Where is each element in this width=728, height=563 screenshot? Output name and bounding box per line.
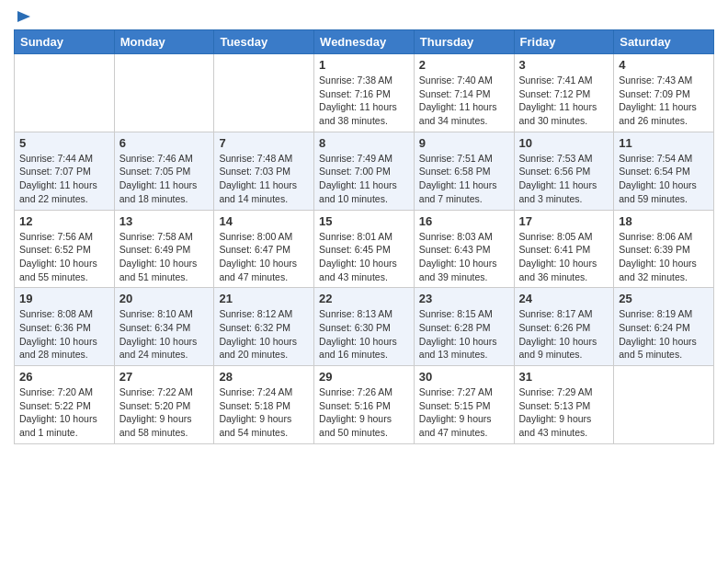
day-info-line: Sunset: 6:52 PM	[19, 244, 91, 255]
calendar-cell: 19Sunrise: 8:08 AMSunset: 6:36 PMDayligh…	[15, 288, 115, 366]
day-info: Sunrise: 8:12 AMSunset: 6:32 PMDaylight:…	[219, 307, 309, 362]
day-info-line: Sunset: 6:28 PM	[419, 322, 491, 333]
day-info-line: Daylight: 10 hours and 24 minutes.	[119, 336, 198, 361]
day-info-line: Sunrise: 8:12 AM	[219, 308, 292, 319]
day-info-line: Sunrise: 7:40 AM	[419, 75, 493, 86]
day-number: 19	[19, 292, 109, 305]
day-info-line: Sunrise: 8:03 AM	[419, 231, 493, 242]
calendar-cell: 10Sunrise: 7:53 AMSunset: 6:56 PMDayligh…	[514, 132, 614, 210]
day-info-line: Sunset: 5:22 PM	[19, 400, 91, 411]
day-info-line: Daylight: 10 hours and 16 minutes.	[319, 336, 397, 361]
day-number: 5	[19, 136, 109, 150]
calendar-cell: 8Sunrise: 7:49 AMSunset: 7:00 PMDaylight…	[314, 132, 415, 210]
day-info-line: Daylight: 10 hours and 36 minutes.	[519, 258, 597, 282]
day-info: Sunrise: 7:53 AMSunset: 6:56 PMDaylight:…	[519, 152, 609, 206]
day-info-line: Daylight: 10 hours and 28 minutes.	[19, 336, 97, 361]
calendar-cell: 25Sunrise: 8:19 AMSunset: 6:24 PMDayligh…	[614, 288, 714, 366]
calendar-cell: 17Sunrise: 8:05 AMSunset: 6:41 PMDayligh…	[514, 210, 614, 288]
day-info-line: Sunrise: 8:08 AM	[19, 308, 93, 319]
day-info: Sunrise: 8:10 AMSunset: 6:34 PMDaylight:…	[119, 307, 210, 362]
day-number: 13	[119, 214, 210, 228]
day-number: 12	[19, 214, 109, 228]
day-info-line: Sunrise: 7:41 AM	[519, 75, 593, 86]
calendar-cell: 23Sunrise: 8:15 AMSunset: 6:28 PMDayligh…	[414, 288, 514, 366]
day-info-line: Daylight: 11 hours and 3 minutes.	[519, 179, 597, 204]
day-number: 9	[419, 136, 509, 150]
day-info-line: Sunset: 6:36 PM	[19, 322, 91, 333]
day-info-line: Sunset: 6:49 PM	[119, 244, 191, 255]
calendar-cell	[214, 54, 314, 132]
day-info: Sunrise: 8:01 AMSunset: 6:45 PMDaylight:…	[319, 230, 409, 284]
calendar-header-thursday: Thursday	[414, 30, 514, 54]
day-number: 23	[419, 292, 509, 305]
calendar-table: SundayMondayTuesdayWednesdayThursdayFrid…	[14, 29, 714, 444]
day-info-line: Sunset: 6:41 PM	[519, 244, 591, 255]
day-info: Sunrise: 7:27 AMSunset: 5:15 PMDaylight:…	[419, 385, 509, 440]
day-info-line: Sunset: 7:14 PM	[419, 88, 491, 99]
day-info-line: Sunset: 5:15 PM	[419, 400, 491, 411]
day-info-line: Sunrise: 7:20 AM	[19, 386, 93, 397]
day-number: 28	[219, 370, 309, 384]
day-info-line: Sunrise: 7:51 AM	[419, 153, 493, 164]
calendar-cell: 31Sunrise: 7:29 AMSunset: 5:13 PMDayligh…	[514, 366, 614, 444]
day-info-line: Sunset: 6:24 PM	[619, 322, 690, 333]
day-number: 17	[519, 214, 609, 228]
day-info-line: Daylight: 10 hours and 47 minutes.	[219, 258, 297, 282]
day-number: 27	[119, 370, 210, 384]
day-number: 25	[619, 292, 709, 305]
day-info: Sunrise: 7:40 AMSunset: 7:14 PMDaylight:…	[419, 74, 509, 128]
day-info-line: Daylight: 10 hours and 1 minute.	[19, 413, 97, 438]
page: SundayMondayTuesdayWednesdayThursdayFrid…	[0, 0, 728, 563]
day-number: 3	[519, 58, 609, 72]
day-number: 7	[219, 136, 309, 150]
day-info-line: Sunset: 5:13 PM	[519, 400, 591, 411]
calendar-cell: 21Sunrise: 8:12 AMSunset: 6:32 PMDayligh…	[214, 288, 314, 366]
day-info-line: Sunrise: 8:15 AM	[419, 308, 493, 319]
calendar-week-row: 19Sunrise: 8:08 AMSunset: 6:36 PMDayligh…	[15, 288, 714, 366]
day-number: 24	[519, 292, 609, 305]
day-info-line: Daylight: 9 hours and 58 minutes.	[119, 413, 192, 438]
day-info-line: Sunset: 6:34 PM	[119, 322, 191, 333]
calendar-cell	[114, 54, 214, 132]
day-info-line: Sunrise: 8:17 AM	[519, 308, 593, 319]
day-info-line: Sunrise: 8:05 AM	[519, 231, 593, 242]
day-info-line: Sunset: 6:30 PM	[319, 322, 391, 333]
calendar-week-row: 26Sunrise: 7:20 AMSunset: 5:22 PMDayligh…	[15, 366, 714, 444]
day-info-line: Sunset: 6:54 PM	[619, 166, 690, 177]
calendar-cell: 26Sunrise: 7:20 AMSunset: 5:22 PMDayligh…	[15, 366, 115, 444]
day-info-line: Sunrise: 7:49 AM	[319, 153, 392, 164]
calendar-cell: 24Sunrise: 8:17 AMSunset: 6:26 PMDayligh…	[514, 288, 614, 366]
day-number: 31	[519, 370, 609, 384]
day-info: Sunrise: 8:03 AMSunset: 6:43 PMDaylight:…	[419, 230, 509, 284]
day-info-line: Sunrise: 8:13 AM	[319, 308, 392, 319]
day-info-line: Sunrise: 7:58 AM	[119, 231, 193, 242]
day-info-line: Daylight: 11 hours and 30 minutes.	[519, 101, 597, 126]
day-info-line: Daylight: 11 hours and 18 minutes.	[119, 179, 198, 204]
calendar-week-row: 1Sunrise: 7:38 AMSunset: 7:16 PMDaylight…	[15, 54, 714, 132]
day-info: Sunrise: 8:19 AMSunset: 6:24 PMDaylight:…	[619, 307, 709, 362]
svg-marker-0	[17, 11, 30, 22]
day-number: 21	[219, 292, 309, 305]
day-info-line: Daylight: 10 hours and 32 minutes.	[619, 258, 697, 282]
day-info-line: Sunset: 6:45 PM	[319, 244, 391, 255]
day-number: 18	[619, 214, 709, 228]
day-info: Sunrise: 8:05 AMSunset: 6:41 PMDaylight:…	[519, 230, 609, 284]
calendar-cell: 4Sunrise: 7:43 AMSunset: 7:09 PMDaylight…	[614, 54, 714, 132]
header	[14, 9, 714, 22]
day-info-line: Daylight: 10 hours and 59 minutes.	[619, 179, 697, 204]
day-info: Sunrise: 8:08 AMSunset: 6:36 PMDaylight:…	[19, 307, 109, 362]
day-info-line: Sunset: 7:07 PM	[19, 166, 91, 177]
calendar-cell: 7Sunrise: 7:48 AMSunset: 7:03 PMDaylight…	[214, 132, 314, 210]
calendar-week-row: 12Sunrise: 7:56 AMSunset: 6:52 PMDayligh…	[15, 210, 714, 288]
logo	[14, 9, 32, 22]
calendar-cell: 15Sunrise: 8:01 AMSunset: 6:45 PMDayligh…	[314, 210, 415, 288]
day-info: Sunrise: 7:29 AMSunset: 5:13 PMDaylight:…	[519, 385, 609, 440]
day-info-line: Sunset: 7:09 PM	[619, 88, 690, 99]
calendar-cell: 20Sunrise: 8:10 AMSunset: 6:34 PMDayligh…	[114, 288, 214, 366]
day-info-line: Sunset: 6:26 PM	[519, 322, 591, 333]
day-number: 30	[419, 370, 509, 384]
calendar-cell: 6Sunrise: 7:46 AMSunset: 7:05 PMDaylight…	[114, 132, 214, 210]
calendar-cell: 2Sunrise: 7:40 AMSunset: 7:14 PMDaylight…	[414, 54, 514, 132]
calendar-cell: 18Sunrise: 8:06 AMSunset: 6:39 PMDayligh…	[614, 210, 714, 288]
calendar-cell: 13Sunrise: 7:58 AMSunset: 6:49 PMDayligh…	[114, 210, 214, 288]
